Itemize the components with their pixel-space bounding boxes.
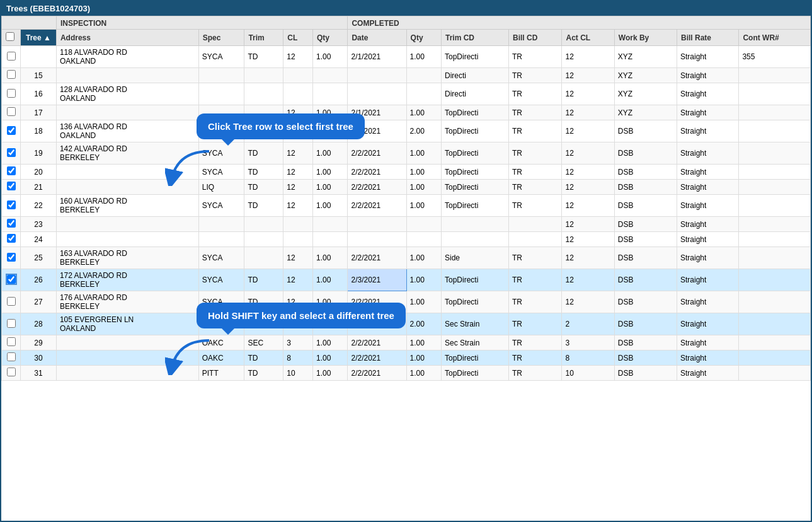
row-checkbox[interactable]: [7, 166, 16, 175]
tree-number-cell[interactable]: 22: [21, 195, 57, 217]
spec-cell: [198, 68, 244, 83]
actCL-cell: 12: [562, 269, 614, 291]
cl-cell: 12: [283, 247, 313, 269]
spec-col-header: Spec: [198, 30, 244, 46]
billRate-cell: Straight: [677, 313, 738, 335]
billCD-cell: TR: [509, 120, 562, 142]
qty2-cell: 1.00: [406, 291, 441, 313]
row-checkbox[interactable]: [7, 319, 16, 328]
workBy-cell: DSB: [614, 366, 677, 381]
billRate-cell: Straight: [677, 195, 738, 217]
row-checkbox[interactable]: [7, 182, 16, 190]
date-cell: 2/2/2021: [348, 120, 406, 142]
tree-number-cell[interactable]: 17: [21, 105, 57, 120]
row-checkbox[interactable]: [7, 126, 16, 135]
arrow1-icon: [165, 148, 215, 186]
row-checkbox[interactable]: [7, 89, 16, 98]
cl-cell: 8: [283, 351, 313, 366]
tree-number-cell[interactable]: 30: [21, 351, 57, 366]
qty2-cell: 1.00: [406, 46, 441, 68]
cl-cell: 12: [283, 165, 313, 180]
tree-number-cell[interactable]: 19: [21, 142, 57, 165]
row-checkbox[interactable]: [7, 70, 16, 79]
table-row[interactable]: 16128 ALVARADO RD OAKLANDDirectiTR12XYZS…: [2, 83, 811, 105]
actCL-cell: 12: [562, 195, 614, 217]
trimCD-cell: TopDirecti: [441, 291, 508, 313]
billCD-cell: TR: [509, 291, 562, 313]
actCL-cell: 12: [562, 165, 614, 180]
tree-number-cell[interactable]: 25: [21, 247, 57, 269]
row-checkbox[interactable]: [7, 148, 16, 157]
select-all-checkbox[interactable]: [6, 32, 14, 41]
row-checkbox[interactable]: [7, 253, 16, 262]
table-row[interactable]: 26172 ALVARADO RD BERKELEYSYCATD121.002/…: [2, 269, 811, 291]
contWR-cell: [739, 351, 811, 366]
row-checkbox[interactable]: [7, 337, 16, 346]
row-checkbox[interactable]: [7, 275, 16, 284]
spec-cell: SYCA: [198, 195, 244, 217]
spec-cell: SYCA: [198, 247, 244, 269]
contWR-cell: [739, 269, 811, 291]
table-row[interactable]: 2412DSBStraight: [2, 232, 811, 247]
tree-number-cell[interactable]: 20: [21, 165, 57, 180]
table-row[interactable]: 25163 ALVARADO RD BERKELEYSYCA121.002/2/…: [2, 247, 811, 269]
trimCD-cell: TopDirecti: [441, 269, 508, 291]
inspection-group-header: INSPECTION: [56, 16, 348, 30]
row-checkbox[interactable]: [7, 234, 16, 243]
row-checkbox[interactable]: [7, 368, 16, 376]
trimCD-cell: TopDirecti: [441, 120, 508, 142]
arrow2-icon: [165, 337, 215, 375]
table-row[interactable]: 28105 EVERGREEN LN OAKLANDPINMSEC2.002/2…: [2, 313, 811, 335]
tree-number-cell[interactable]: 21: [21, 180, 57, 195]
table-row[interactable]: 15DirectiTR12XYZStraight: [2, 68, 811, 83]
table-row[interactable]: 22160 ALVARADO RD BERKELEYSYCATD121.002/…: [2, 195, 811, 217]
tree-col-header[interactable]: Tree ▲: [21, 30, 57, 46]
tree-number-cell[interactable]: 29: [21, 335, 57, 351]
row-checkbox[interactable]: [7, 219, 16, 228]
tree-number-cell[interactable]: 18: [21, 120, 57, 142]
row-checkbox[interactable]: [7, 297, 16, 306]
row-checkbox-cell: [2, 232, 21, 247]
trim-cell: [244, 232, 283, 247]
table-row[interactable]: 2312DSBStraight: [2, 217, 811, 232]
row-checkbox[interactable]: [7, 52, 16, 61]
table-row[interactable]: 18136 ALVARADO RD OAKLANDSYCATD121.002/2…: [2, 120, 811, 142]
row-checkbox[interactable]: [7, 107, 16, 116]
qty-cell: 1.00: [313, 351, 348, 366]
date-cell: 2/1/2021: [348, 105, 406, 120]
row-checkbox[interactable]: [7, 352, 16, 361]
row-checkbox-cell: [2, 247, 21, 269]
tree-number-cell[interactable]: 26: [21, 269, 57, 291]
address-cell: 176 ALVARADO RD BERKELEY: [56, 291, 198, 313]
workBy-cell: DSB: [614, 180, 677, 195]
trim-cell: [244, 247, 283, 269]
cl-cell: [283, 232, 313, 247]
spec-cell: SYCA: [198, 120, 244, 142]
tree-number-cell[interactable]: 15: [21, 68, 57, 83]
tree-number-cell[interactable]: 24: [21, 232, 57, 247]
table-row[interactable]: 21LIQTD121.002/2/20211.00TopDirectiTR12D…: [2, 180, 811, 195]
table-row[interactable]: 20SYCATD121.002/2/20211.00TopDirectiTR12…: [2, 165, 811, 180]
spec-cell: [198, 105, 244, 120]
date-cell: [348, 217, 406, 232]
row-checkbox[interactable]: [7, 200, 16, 209]
address-cell: 172 ALVARADO RD BERKELEY: [56, 269, 198, 291]
tree-number-cell[interactable]: 28: [21, 313, 57, 335]
tree-number-cell[interactable]: 23: [21, 217, 57, 232]
table-row[interactable]: 118 ALVARADO RD OAKLANDSYCATD121.002/1/2…: [2, 46, 811, 68]
table-row[interactable]: 30OAKCTD81.002/2/20211.00TopDirectiTR8DS…: [2, 351, 811, 366]
tree-number-cell[interactable]: 27: [21, 291, 57, 313]
table-row[interactable]: 19142 ALVARADO RD BERKELEYSYCATD121.002/…: [2, 142, 811, 165]
table-row[interactable]: 31PITTTD101.002/2/20211.00TopDirectiTR10…: [2, 366, 811, 381]
row-checkbox-cell: [2, 313, 21, 335]
tree-number-cell[interactable]: [21, 46, 57, 68]
date-cell: 2/2/2021: [348, 195, 406, 217]
table-row[interactable]: 29OAKCSEC31.002/2/20211.00Sec StrainTR3D…: [2, 335, 811, 351]
qty-cell: [313, 83, 348, 105]
table-row[interactable]: 27176 ALVARADO RD BERKELEYSYCATD121.002/…: [2, 291, 811, 313]
tree-number-cell[interactable]: 16: [21, 83, 57, 105]
tree-number-cell[interactable]: 31: [21, 366, 57, 381]
workBy-cell: DSB: [614, 335, 677, 351]
qty2-cell: 1.00: [406, 165, 441, 180]
table-row[interactable]: 17121.002/1/20211.00TopDirectiTR12XYZStr…: [2, 105, 811, 120]
